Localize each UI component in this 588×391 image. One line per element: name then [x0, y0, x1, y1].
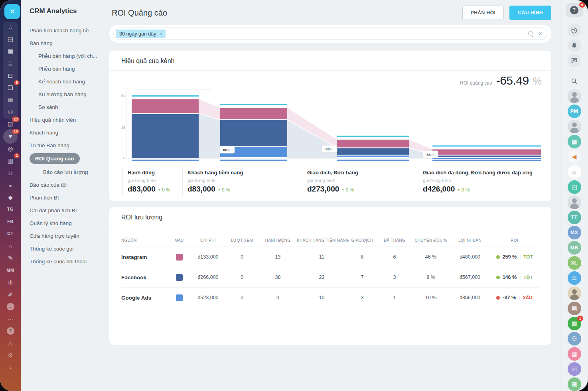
sidebar-item-1[interactable]: Bán hàng: [30, 37, 108, 49]
search-icon[interactable]: [568, 74, 581, 88]
robot-icon[interactable]: ◒: [4, 179, 16, 192]
sidebar-item-9[interactable]: Trí tuệ Bán hàng: [30, 139, 108, 152]
metric-sublabel: giá trung bình: [187, 178, 298, 183]
chat-icon[interactable]: ❏5: [4, 82, 16, 94]
sidebar-item-15[interactable]: Quản lý kho hàng: [30, 217, 108, 229]
notes-icon[interactable]: ✐: [4, 288, 16, 301]
right-icon-rail: ?6PM▦◀☺▤TTMXMBXL☰▤▤1⚇▦☑▦: [560, 0, 588, 391]
history-icon[interactable]: [568, 24, 581, 37]
table-row-facebook[interactable]: Facebookđ266,00003823738 %đ567,000146 %|…: [121, 267, 539, 288]
people-avatar[interactable]: ⚇: [568, 332, 581, 346]
sidebar-item-18[interactable]: Thống kê cuộc hội thoại: [30, 255, 108, 268]
kanban-icon[interactable]: ▤: [4, 33, 16, 45]
tg-label[interactable]: TG: [4, 203, 16, 216]
avatar-mx[interactable]: MX: [568, 226, 581, 239]
tasks-icon[interactable]: ☑23: [4, 118, 16, 130]
feedback-button[interactable]: PHẢN HỒI: [462, 6, 504, 20]
sidebar-item-0[interactable]: Phân tích khách hàng tiề...: [30, 24, 108, 37]
launch-icon[interactable]: △: [4, 337, 16, 350]
user-avatar[interactable]: [568, 120, 581, 133]
avatar-xl[interactable]: XL: [568, 256, 581, 270]
svg-text:51: 51: [121, 94, 125, 98]
roi-status-label: TỐT: [523, 275, 533, 280]
configure-button[interactable]: CẤU HÌNH: [509, 6, 551, 20]
notifications-icon[interactable]: [568, 39, 581, 52]
store-icon: ⌂: [8, 243, 12, 249]
ct-label[interactable]: CT: [4, 228, 16, 240]
table-row-instagram[interactable]: Instagramđ133,000013118646 %đ480,000259 …: [121, 247, 539, 267]
target-icon[interactable]: ◎: [4, 142, 16, 155]
column-header-1: MÀU: [167, 238, 191, 243]
roi-status-label: XẤU: [523, 295, 532, 300]
add-icon[interactable]: +: [4, 361, 16, 374]
cost-cell: đ523,000: [191, 295, 225, 300]
sidebar-item-17[interactable]: Thống kê cuộc gọi: [30, 242, 108, 255]
settings-icon[interactable]: ⚙: [4, 350, 16, 362]
bottom-avatar[interactable]: ▦: [568, 377, 581, 391]
user-avatar[interactable]: [568, 196, 581, 209]
help-icon[interactable]: ?: [4, 325, 16, 338]
collapse-icon[interactable]: ⌄: [4, 301, 16, 313]
filter-input[interactable]: 30 ngày gần đây × ×: [113, 28, 547, 40]
chat-lines-icon[interactable]: [568, 54, 581, 67]
intranet-avatar[interactable]: ▤1: [568, 317, 581, 330]
calendar-avatar[interactable]: ▦: [568, 135, 581, 148]
sidebar-item-12[interactable]: Báo cáo của tôi: [30, 178, 108, 191]
conversion-cell: 10 %: [411, 295, 450, 300]
sidebar-item-14[interactable]: Cài đặt phân tích BI: [30, 204, 108, 217]
launch-icon: △: [8, 340, 13, 346]
sidebar-item-5[interactable]: Xu hướng bán hàng: [30, 88, 108, 101]
sidebar-item-8[interactable]: Khách hàng: [30, 126, 108, 139]
filter-bar[interactable]: 30 ngày gần đây × ×: [109, 25, 551, 43]
table-row-google-ads[interactable]: Google Adsđ523,00000103110 %đ366,000-37 …: [121, 288, 539, 308]
drawer-icon[interactable]: ⊟: [4, 69, 16, 82]
column-header-3: LƯỢT XEM: [225, 238, 259, 243]
sign-icon[interactable]: ✎: [4, 252, 16, 265]
user-avatar[interactable]: [568, 89, 581, 103]
group-avatar[interactable]: [568, 286, 581, 300]
fb-label[interactable]: FB: [4, 215, 16, 228]
store-icon[interactable]: ⌂: [4, 240, 16, 252]
megaphone-avatar[interactable]: ◀: [568, 150, 581, 164]
sidebar-item-13[interactable]: Phân tích BI: [30, 191, 108, 204]
contact-card-avatar[interactable]: ▤: [568, 302, 581, 315]
drawer-icon: ⊟: [8, 73, 13, 79]
sidebar-item-3[interactable]: Phễu bán hàng: [30, 62, 108, 75]
crm-funnel-icon[interactable]: ▼16: [4, 130, 16, 143]
close-sidebar-button[interactable]: ✕: [4, 4, 20, 19]
metric-value: đ83,000+ 0 %: [187, 185, 298, 194]
more-dots-icon[interactable]: ⋯: [4, 313, 16, 325]
won-cell: 3: [378, 274, 411, 280]
contacts-icon[interactable]: ▥2: [4, 155, 16, 167]
svg-text:25: 25: [121, 126, 125, 130]
sidebar-item-7[interactable]: Hiệu quả nhân viên: [30, 113, 108, 126]
sidebar-item-11[interactable]: Báo cáo lưu lượng: [30, 166, 108, 178]
filter-tag[interactable]: 30 ngày gần đây ×: [116, 30, 166, 38]
avatar-mb[interactable]: MB: [568, 241, 581, 255]
tasks-avatar[interactable]: ☑: [568, 362, 581, 376]
avatar-pm[interactable]: PM: [568, 105, 581, 118]
avatar-tt[interactable]: TT: [568, 211, 581, 224]
sidebar-item-10[interactable]: ROI Quảng cáo: [30, 152, 108, 166]
document-icon[interactable]: ≣: [4, 57, 16, 70]
mail-icon[interactable]: ✉: [4, 94, 16, 106]
calendar-icon[interactable]: ▦: [4, 45, 16, 57]
search-icon[interactable]: [528, 31, 534, 37]
chat-avatar[interactable]: ☰: [568, 271, 581, 285]
bear-avatar[interactable]: ☺: [568, 165, 581, 179]
doc-avatar[interactable]: ▤: [568, 180, 581, 194]
sidebar-item-4[interactable]: Kế hoạch bán hàng: [30, 75, 108, 88]
box-icon[interactable]: ◆: [4, 191, 16, 203]
chart-icon[interactable]: ılı: [4, 276, 16, 289]
sidebar-item-6[interactable]: So sánh: [30, 101, 108, 113]
mm-label[interactable]: MM: [4, 264, 16, 276]
cart-icon[interactable]: ⊔: [4, 167, 16, 179]
notification-badge: 1: [577, 316, 583, 321]
sidebar-item-2[interactable]: Phễu bán hàng (với ch...: [30, 49, 108, 62]
clear-filter-icon[interactable]: ×: [539, 31, 542, 37]
help-button[interactable]: ?6: [566, 3, 583, 17]
remove-filter-tag-icon[interactable]: ×: [159, 31, 162, 37]
sidebar-item-16[interactable]: Cửa hàng trực tuyến: [30, 229, 108, 242]
network-icon[interactable]: ∴: [4, 21, 16, 33]
calendar-pink-avatar[interactable]: ▦: [568, 347, 581, 361]
